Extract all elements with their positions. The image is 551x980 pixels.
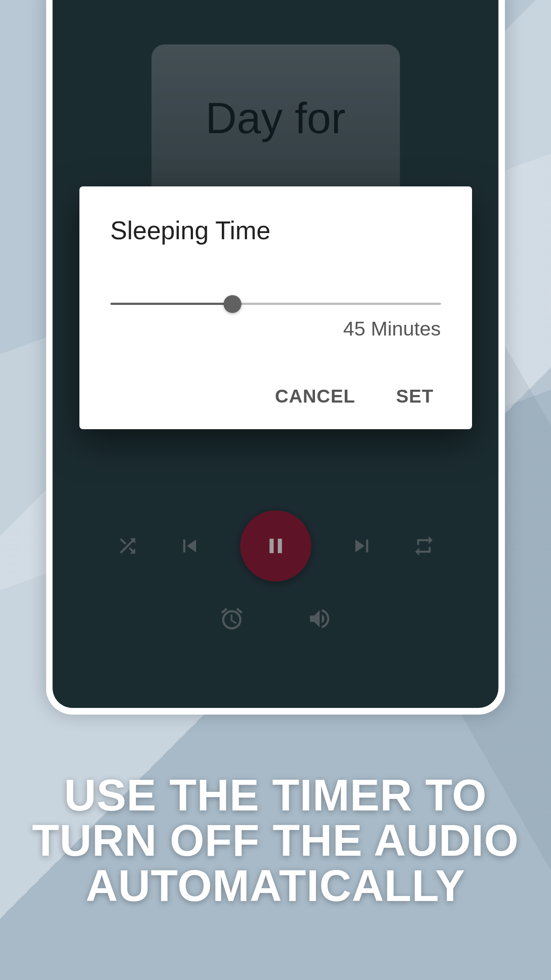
slider-thumb[interactable] <box>224 295 241 313</box>
slider-track <box>110 303 441 305</box>
set-button[interactable]: SET <box>389 380 441 412</box>
sleep-timer-slider[interactable] <box>110 303 441 305</box>
sleep-timer-dialog: Sleeping Time 45 Minutes CANCEL SET <box>79 186 472 429</box>
promo-headline: USE THE TIMER TO TURN OFF THE AUDIO AUTO… <box>13 772 538 908</box>
phone-frame: Day for Praise <box>46 0 505 715</box>
phone-screen: Day for Praise <box>53 0 499 708</box>
cancel-button[interactable]: CANCEL <box>268 380 362 412</box>
slider-fill <box>110 303 233 305</box>
dialog-actions: CANCEL SET <box>110 380 441 412</box>
slider-value-label: 45 Minutes <box>110 317 441 340</box>
dialog-title: Sleeping Time <box>110 216 441 245</box>
